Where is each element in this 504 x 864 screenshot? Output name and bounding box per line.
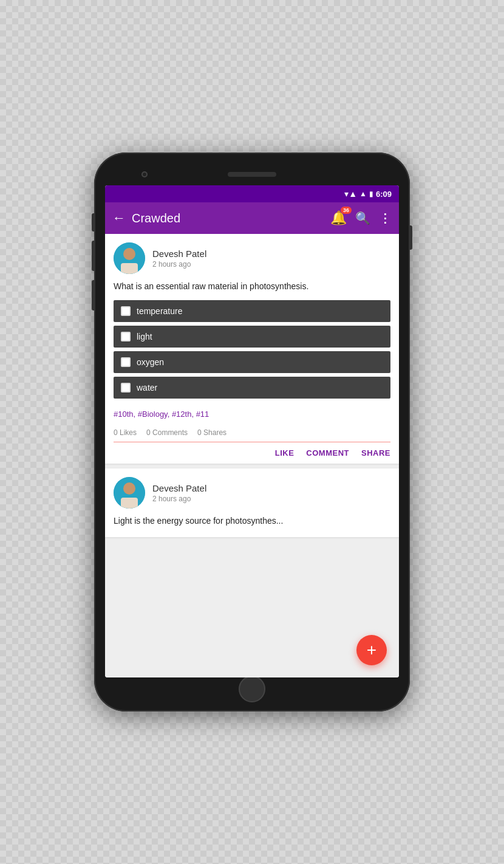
wifi-icon: ▾▲: [344, 189, 357, 199]
fab-add-button[interactable]: +: [356, 635, 387, 665]
option-checkbox-oxygen[interactable]: [121, 357, 131, 367]
user-name-2: Devesh Patel: [152, 483, 206, 493]
option-label-temperature: temperature: [137, 306, 182, 316]
back-button[interactable]: ←: [112, 210, 126, 226]
option-item-water[interactable]: water: [114, 377, 390, 399]
option-label-light: light: [137, 332, 152, 341]
feed-scroll[interactable]: Devesh Patel 2 hours ago What is an esse…: [105, 234, 399, 677]
avatar-1: [114, 242, 145, 274]
comments-count: 0 Comments: [146, 428, 188, 437]
user-info-1: Devesh Patel 2 hours ago: [152, 249, 206, 269]
home-button[interactable]: [239, 676, 265, 702]
notification-bell[interactable]: 🔔 36: [330, 210, 347, 226]
option-checkbox-temperature[interactable]: [121, 306, 131, 316]
svg-rect-2: [121, 263, 138, 274]
avatar-2: [114, 477, 145, 509]
post-stats-1: 0 Likes 0 Comments 0 Shares: [105, 425, 399, 442]
post-question-1: What is an essential raw material in pho…: [105, 280, 399, 300]
notification-badge: 36: [341, 207, 352, 214]
status-icons: ▾▲ ▲ ▮ 6:09: [344, 189, 392, 199]
option-checkbox-light[interactable]: [121, 332, 131, 341]
camera-button: [92, 280, 95, 310]
avatar-image-2: [114, 477, 145, 509]
status-bar: ▾▲ ▲ ▮ 6:09: [105, 185, 399, 202]
phone-frame: ▾▲ ▲ ▮ 6:09 ← Crawded 🔔 36 🔍 ⋮: [94, 153, 410, 711]
like-button[interactable]: LIKE: [275, 448, 295, 458]
battery-icon: ▮: [369, 190, 373, 198]
signal-icon: ▲: [359, 190, 367, 198]
phone-screen: ▾▲ ▲ ▮ 6:09 ← Crawded 🔔 36 🔍 ⋮: [105, 185, 399, 677]
shares-count: 0 Shares: [197, 428, 226, 437]
volume-down-button: [92, 241, 95, 271]
user-info-2: Devesh Patel 2 hours ago: [152, 483, 206, 503]
option-item-oxygen[interactable]: oxygen: [114, 351, 390, 373]
post-time-1: 2 hours ago: [152, 260, 206, 269]
search-icon[interactable]: 🔍: [355, 211, 370, 225]
post-time-2: 2 hours ago: [152, 495, 206, 503]
svg-point-4: [123, 482, 135, 495]
post-card-2: Devesh Patel 2 hours ago Light is the en…: [105, 468, 399, 537]
option-list-1: temperature light oxygen water: [105, 300, 399, 406]
svg-point-1: [123, 248, 135, 260]
share-button[interactable]: SHARE: [361, 448, 390, 458]
option-label-oxygen: oxygen: [137, 357, 164, 367]
power-button: [409, 225, 412, 250]
card-divider-1: [114, 442, 390, 442]
post-header-2: Devesh Patel 2 hours ago: [105, 468, 399, 515]
user-name-1: Devesh Patel: [152, 249, 206, 259]
app-bar-actions: 🔔 36 🔍 ⋮: [330, 210, 392, 226]
option-label-water: water: [137, 383, 157, 393]
avatar-image-1: [114, 242, 145, 274]
action-bar-1: LIKE COMMENT SHARE: [105, 442, 399, 464]
front-camera: [141, 171, 148, 177]
app-bar: ← Crawded 🔔 36 🔍 ⋮: [105, 202, 399, 234]
post-header-1: Devesh Patel 2 hours ago: [105, 234, 399, 280]
more-icon[interactable]: ⋮: [379, 211, 392, 225]
status-time: 6:09: [376, 190, 392, 199]
likes-count: 0 Likes: [114, 428, 137, 437]
post-tags-1[interactable]: #10th, #Biology, #12th, #11: [105, 406, 399, 425]
post-content-2: Light is the energy source for photosynt…: [105, 515, 399, 537]
fab-plus-icon: +: [367, 642, 376, 659]
svg-rect-5: [121, 498, 138, 509]
speaker: [228, 172, 276, 177]
app-title: Crawded: [132, 211, 324, 225]
option-item-light[interactable]: light: [114, 326, 390, 348]
option-item-temperature[interactable]: temperature: [114, 300, 390, 322]
comment-button[interactable]: COMMENT: [306, 448, 349, 458]
post-card-1: Devesh Patel 2 hours ago What is an esse…: [105, 234, 399, 464]
volume-up-button: [92, 213, 95, 231]
option-checkbox-water[interactable]: [121, 383, 131, 393]
phone-top-bar: [105, 163, 399, 185]
phone-bottom-bar: [105, 677, 399, 701]
